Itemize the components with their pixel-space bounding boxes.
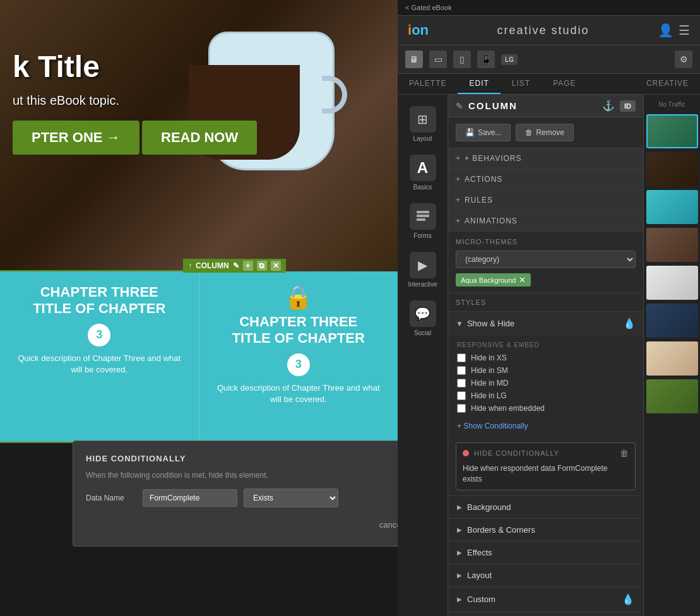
device-lg-badge[interactable]: LG: [501, 54, 518, 65]
background-row[interactable]: ▶ Background: [448, 496, 643, 519]
trash-icon-btn: 🗑: [525, 128, 533, 137]
column-edit-icon[interactable]: ✎: [233, 261, 239, 270]
mini-thumb-8[interactable]: [646, 379, 698, 413]
sidebar-item-basics[interactable]: A Basics: [401, 150, 444, 196]
sidebar-item-layout[interactable]: ⊞ Layout: [401, 101, 444, 147]
mini-thumb-3[interactable]: [646, 190, 698, 224]
svg-rect-1: [417, 215, 429, 217]
theme-tag-label: Aqua Background: [461, 276, 516, 284]
remove-button[interactable]: 🗑 Remove: [516, 124, 574, 141]
mini-thumb-2[interactable]: [646, 152, 698, 186]
save-button[interactable]: 💾 Save...: [456, 124, 511, 141]
effects-row[interactable]: ▶ Effects: [448, 542, 643, 564]
theme-category-select[interactable]: (category): [456, 251, 636, 268]
behaviors-section[interactable]: + + BEHAVIORS: [448, 148, 643, 169]
menu-icon[interactable]: ☰: [679, 23, 690, 38]
modal-data-name-input[interactable]: [143, 489, 237, 507]
chapter-btn[interactable]: PTER ONE →: [13, 121, 139, 155]
device-tablet-portrait[interactable]: ▯: [453, 50, 471, 68]
show-hide-header[interactable]: ▼ Show & Hide: [448, 312, 643, 335]
modal-data-name-row: Data Name Exists Does Not Exist Equals C…: [86, 489, 398, 507]
rules-section[interactable]: + RULES: [448, 190, 643, 211]
hide-embedded-checkbox[interactable]: [457, 404, 466, 413]
hide-conditionally-modal: HIDE CONDITIONALLY When the following co…: [73, 441, 398, 547]
hide-sm-label: Hide in SM: [471, 366, 508, 375]
sidebar-item-interactive[interactable]: ▶ Interactive: [401, 247, 444, 293]
custom-label: Custom: [467, 595, 622, 604]
right-panel: < Gated eBook ion creative studio 👤 ☰ 🖥 …: [398, 0, 700, 616]
background-label: Background: [467, 502, 634, 512]
hide-lg-checkbox[interactable]: [457, 391, 466, 400]
column-delete-icon[interactable]: ✕: [271, 261, 281, 271]
column-up-icon[interactable]: ↑: [188, 261, 192, 270]
theme-tag-remove[interactable]: ✕: [519, 275, 526, 285]
mini-panel: No Traffic: [643, 95, 700, 616]
chapter-col-2[interactable]: 🔒 CHAPTER THREE TITLE OF CHAPTER 3 Quick…: [199, 271, 398, 442]
column-copy-icon[interactable]: ⧉: [257, 261, 267, 271]
social-icon: 💬: [410, 300, 436, 327]
hide-cond-trash[interactable]: 🗑: [620, 448, 629, 458]
column-header: ✎ COLUMN ⚓ ID: [448, 95, 643, 117]
tab-creative[interactable]: CREATIVE: [635, 74, 700, 94]
mini-thumb-6[interactable]: [646, 304, 698, 338]
action-row: 💾 Save... 🗑 Remove: [448, 117, 643, 148]
hide-sm-row: Hide in SM: [457, 366, 634, 375]
read-now-btn[interactable]: READ NOW: [142, 121, 257, 155]
hero-subtitle: ut this eBook topic.: [13, 93, 257, 108]
tabs-row: PALETTE EDIT LIST PAGE CREATIVE: [398, 74, 700, 95]
mini-thumb-7[interactable]: [646, 341, 698, 376]
chapters-section: CHAPTER THREE TITLE OF CHAPTER 3 Quick d…: [0, 271, 398, 442]
hide-embedded-row: Hide when embedded: [457, 404, 634, 413]
breadcrumb-bar[interactable]: < Gated eBook: [398, 0, 700, 16]
sidebar-item-forms[interactable]: Forms: [401, 198, 444, 244]
no-traffic-label: No Traffic: [644, 97, 700, 112]
device-mobile[interactable]: 📱: [477, 50, 495, 68]
modal-title: HIDE CONDITIONALLY: [86, 454, 398, 463]
animations-section[interactable]: + ANIMATIONS: [448, 211, 643, 232]
device-tablet-landscape[interactable]: ▭: [429, 50, 447, 68]
hide-xs-checkbox[interactable]: [457, 353, 466, 362]
anchor-icon[interactable]: ⚓: [602, 100, 615, 112]
mini-thumb-5[interactable]: [646, 266, 698, 300]
tab-edit[interactable]: EDIT: [458, 74, 500, 94]
svg-rect-0: [417, 211, 429, 213]
modal-condition-select[interactable]: Exists Does Not Exist Equals Contains: [244, 489, 338, 507]
mini-thumb-4[interactable]: [646, 228, 698, 262]
hide-conditionally-block: HIDE CONDITIONALLY 🗑 Hide when responden…: [456, 442, 636, 490]
tab-list[interactable]: LIST: [501, 74, 542, 94]
hide-embedded-label: Hide when embedded: [471, 404, 545, 413]
hide-cond-header: HIDE CONDITIONALLY 🗑: [463, 448, 629, 458]
save-label: Save...: [478, 128, 501, 137]
sidebar-item-social[interactable]: 💬 Social: [401, 295, 444, 341]
hide-cond-text: Hide when respondent data FormComplete e…: [463, 463, 629, 485]
column-label-text: COLUMN: [196, 261, 229, 270]
layout-row[interactable]: ▶ Layout: [448, 564, 643, 587]
settings-icon[interactable]: ⚙: [675, 50, 692, 68]
modal-cancel-button[interactable]: cancel: [373, 516, 398, 533]
mini-thumb-1[interactable]: [646, 114, 698, 148]
micro-themes-area: MICRO-THEMES (category) Aqua Background …: [448, 232, 643, 293]
column-selection-bar[interactable]: ↑ COLUMN ✎ + ⧉ ✕: [183, 259, 286, 273]
styles-title: STYLES: [448, 293, 643, 312]
borders-row[interactable]: ▶ Borders & Corners: [448, 519, 643, 542]
edit-area: ✎ COLUMN ⚓ ID 💾 Save... 🗑 Remove + + B: [448, 95, 643, 616]
hide-sm-checkbox[interactable]: [457, 366, 466, 375]
tab-palette[interactable]: PALETTE: [398, 74, 458, 94]
layout-icon: ⊞: [410, 106, 436, 133]
actions-section[interactable]: + ACTIONS: [448, 169, 643, 190]
behaviors-plus: +: [456, 154, 461, 163]
id-badge[interactable]: ID: [620, 100, 636, 112]
device-desktop[interactable]: 🖥: [405, 50, 423, 68]
show-conditionally-btn[interactable]: + Show Conditionally: [457, 422, 528, 430]
app-name: creative studio: [497, 24, 589, 37]
effects-label: Effects: [467, 548, 634, 557]
hide-md-checkbox[interactable]: [457, 379, 466, 388]
custom-row[interactable]: ▶ Custom 💧: [448, 587, 643, 612]
tab-page[interactable]: PAGE: [542, 74, 587, 94]
column-add-icon[interactable]: +: [243, 261, 253, 271]
hide-md-row: Hide in MD: [457, 379, 634, 388]
chapter-col-1[interactable]: CHAPTER THREE TITLE OF CHAPTER 3 Quick d…: [0, 271, 199, 442]
save-icon: 💾: [465, 128, 475, 137]
user-icon[interactable]: 👤: [658, 23, 673, 38]
forms-icon: [410, 203, 436, 230]
